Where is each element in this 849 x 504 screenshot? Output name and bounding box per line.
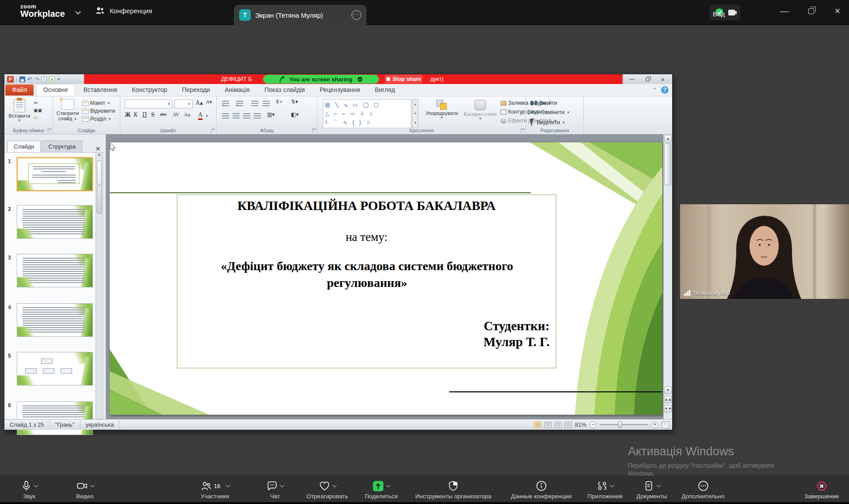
text-direction-icon[interactable]: ⇅▾ [291, 99, 298, 105]
audio-menu-chevron-icon[interactable] [34, 483, 38, 488]
change-case-button[interactable]: Aa [184, 111, 190, 118]
bullets-icon[interactable] [222, 101, 229, 106]
slide-thumbnail-5[interactable] [17, 352, 93, 386]
font-size-combobox[interactable]: ▼ [174, 99, 193, 108]
previous-slide-button[interactable]: ▲▲ [664, 396, 672, 403]
react-menu-chevron-icon[interactable] [332, 483, 337, 488]
reading-view-button[interactable] [555, 422, 562, 428]
zoom-slider-thumb[interactable] [618, 421, 622, 428]
scroll-down-icon[interactable]: ▼ [664, 386, 672, 394]
close-icon[interactable]: ✕ [96, 145, 100, 152]
chat-menu-chevron-icon[interactable] [280, 483, 284, 488]
apps-menu-chevron-icon[interactable] [610, 483, 614, 488]
slide-thumbnail-2[interactable] [17, 205, 93, 239]
line-spacing-icon[interactable]: ⇕≡ [275, 99, 283, 105]
language-indicator[interactable]: українська [80, 420, 120, 430]
drawing-dialog-launcher[interactable] [521, 129, 525, 133]
save-icon[interactable] [19, 76, 25, 82]
tab-slides[interactable]: Слайди [7, 141, 41, 152]
slide-text-box[interactable]: КВАЛІФІКАЦІЙНА РОБОТА БАКАЛАВРА на тему:… [177, 195, 556, 368]
ppt-title-bar[interactable]: ДЕФІЦИТ Б You are screen sharing Stop sh… [84, 74, 623, 84]
tab-animations[interactable]: Анімація [218, 84, 256, 96]
style-icon[interactable]: A [49, 76, 55, 82]
zoom-slider[interactable] [600, 424, 648, 425]
bold-button[interactable]: Ж [125, 111, 131, 118]
video-button[interactable]: Видео [76, 475, 94, 502]
participant-video-tile[interactable]: Тетяна Муляр [680, 204, 849, 299]
copy-icon[interactable]: ▣▣ [34, 108, 42, 113]
fit-to-window-button[interactable] [662, 421, 669, 428]
ppt-close-button[interactable]: × [657, 76, 669, 83]
clear-strike-button[interactable]: abc [160, 111, 167, 117]
documents-menu-chevron-icon[interactable] [657, 483, 661, 488]
slideshow-view-button[interactable] [565, 422, 572, 428]
tab-insert[interactable]: Вставлення [76, 84, 124, 96]
scroll-up-icon[interactable]: ▲ [664, 135, 672, 142]
documents-button[interactable]: Документы [636, 475, 667, 502]
numbering-icon[interactable] [236, 101, 243, 106]
reset-button[interactable]: Відновити [82, 108, 115, 114]
window-close-button[interactable]: × [828, 0, 847, 22]
tab-view[interactable]: Вигляд [368, 84, 402, 96]
slide-thumbnail-3[interactable] [17, 254, 93, 287]
slide-thumbnail-6[interactable] [17, 401, 93, 435]
align-left-icon[interactable] [222, 113, 229, 118]
tab-file[interactable]: Файл [5, 84, 34, 95]
select-button[interactable]: Виділити▼ [531, 118, 570, 126]
video-menu-chevron-icon[interactable] [90, 483, 95, 488]
slide-scrollbar[interactable]: ▲ ▼ ▲▲ ▼▼ [663, 134, 672, 419]
next-slide-button[interactable]: ▼▼ [664, 405, 672, 412]
scrollbar-thumb[interactable] [665, 143, 671, 185]
window-minimize-button[interactable]: — [775, 0, 794, 22]
participants-menu-chevron-icon[interactable] [226, 483, 230, 488]
apps-button[interactable]: Приложения [588, 475, 623, 502]
normal-view-button[interactable] [534, 422, 541, 428]
tab-design[interactable]: Конструктор [125, 84, 174, 96]
section-button[interactable]: Розділ▼ [82, 116, 115, 122]
tab-outline[interactable]: Структура [42, 141, 82, 152]
font-dialog-launcher[interactable] [211, 129, 215, 133]
panel-scrollbar[interactable]: ▲ [96, 152, 103, 419]
decrease-indent-icon[interactable] [251, 101, 258, 106]
qat-dropdown-icon[interactable]: ▼ [57, 77, 61, 81]
font-color-dropdown-icon[interactable]: ▼ [205, 114, 209, 118]
paste-button[interactable]: Вставити ▼ [8, 99, 31, 122]
share-button[interactable]: Поделиться [365, 475, 398, 502]
share-menu-chevron-icon[interactable] [386, 483, 391, 488]
ppt-restore-button[interactable] [641, 76, 654, 82]
print-preview-icon[interactable] [42, 76, 47, 82]
more-button[interactable]: Дополнительно [681, 475, 724, 502]
arrange-button[interactable]: Упорядкувати ▼ [423, 100, 461, 120]
slide-thumbnail-1[interactable] [17, 157, 93, 191]
chevron-down-icon[interactable] [75, 9, 81, 15]
minimize-ribbon-icon[interactable]: ⌃ [653, 87, 657, 93]
clipboard-dialog-launcher[interactable] [48, 129, 52, 133]
help-icon[interactable]: ? [661, 86, 669, 94]
end-meeting-button[interactable]: Завершение [804, 475, 839, 502]
ppt-minimize-button[interactable]: — [626, 76, 638, 82]
ellipsis-icon[interactable]: ··· [352, 10, 361, 20]
redo-icon[interactable]: ↷ [34, 76, 39, 82]
new-slide-button[interactable]: Створити слайд ▼ [55, 99, 80, 121]
window-restore-button[interactable] [801, 0, 821, 22]
grow-font-button[interactable]: A▴ [195, 99, 203, 107]
tab-shared-screen[interactable]: T Экран (Тетяна Муляр) ··· [234, 5, 367, 25]
theme-name[interactable]: "Грань" [50, 420, 80, 430]
paragraph-dialog-launcher[interactable] [312, 129, 316, 133]
tab-meeting[interactable]: Конференция [95, 5, 152, 16]
align-center-icon[interactable] [233, 113, 240, 118]
undo-icon[interactable]: ↶ [27, 76, 32, 82]
underline-button[interactable]: П [142, 111, 147, 118]
shapes-gallery[interactable]: ▤ ╲ ↘ ▭ ◯ ▢△ ⌐ ⌐ ⇨ ⇩ ⌂⌇ ⌒ ∿ { } ☆ [323, 99, 411, 128]
meeting-info-button[interactable]: Данные конференции [511, 475, 571, 502]
stop-share-button[interactable]: Stop share [385, 75, 423, 84]
align-right-icon[interactable] [243, 113, 250, 118]
quick-styles-button[interactable]: Експрес-стилі ▼ [462, 100, 499, 121]
cut-icon[interactable]: ✂ [34, 100, 42, 106]
participants-button[interactable]: 16 Участники [200, 475, 229, 502]
find-button[interactable]: Знайти [531, 100, 570, 106]
character-spacing-button[interactable]: AV [172, 111, 180, 118]
tab-review[interactable]: Рецензування [313, 84, 367, 96]
view-button[interactable]: Вид [709, 4, 740, 20]
increase-indent-icon[interactable] [263, 101, 270, 106]
